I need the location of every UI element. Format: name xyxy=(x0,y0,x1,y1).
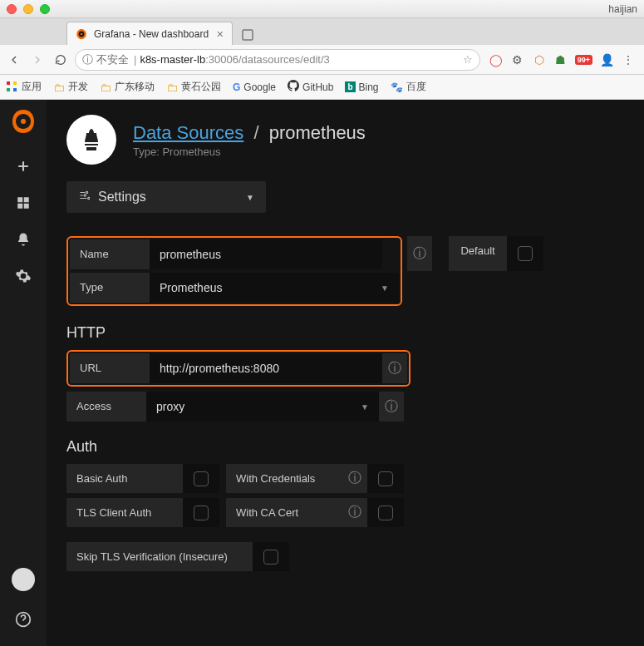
new-tab-button[interactable] xyxy=(236,25,259,45)
name-input[interactable] xyxy=(150,239,382,269)
folder-icon: 🗀 xyxy=(53,81,65,94)
settings-tab-dropdown[interactable]: Settings ▼ xyxy=(66,181,266,213)
bookmark-bing[interactable]: bBing xyxy=(345,81,378,93)
user-avatar[interactable] xyxy=(12,568,35,591)
close-window-button[interactable] xyxy=(7,4,17,14)
type-label: Type xyxy=(70,273,150,303)
highlight-url: URL ⓘ xyxy=(66,350,410,387)
ext-icon-2[interactable]: ⚙ xyxy=(510,52,525,67)
breadcrumb-separator: / xyxy=(253,122,258,143)
datasource-prometheus-icon xyxy=(66,115,116,165)
ext-badge[interactable]: 99+ xyxy=(575,55,592,65)
bookmark-apps[interactable]: 应用 xyxy=(7,80,42,94)
access-label: Access xyxy=(66,392,146,422)
dashboards-icon[interactable] xyxy=(7,186,40,219)
browser-profile-name: haijian xyxy=(608,3,637,15)
type-select[interactable]: Prometheus ▼ xyxy=(150,273,399,303)
url-path: :30006/datasources/edit/3 xyxy=(205,53,330,66)
bookmark-gd[interactable]: 🗀广东移动 xyxy=(100,80,155,94)
bookmark-apps-label: 应用 xyxy=(22,80,42,94)
bookmark-label: GitHub xyxy=(302,81,333,93)
star-icon[interactable]: ☆ xyxy=(463,53,473,66)
breadcrumb-root-link[interactable]: Data Sources xyxy=(133,122,243,143)
svg-rect-4 xyxy=(24,197,29,202)
tls-client-auth-label: TLS Client Auth xyxy=(66,498,183,527)
ext-icon-1[interactable]: ◯ xyxy=(489,52,504,67)
baidu-icon: 🐾 xyxy=(391,81,403,93)
insecure-label: 不安全 xyxy=(96,52,129,67)
bing-icon: b xyxy=(345,81,355,92)
basic-auth-checkbox[interactable] xyxy=(183,464,219,493)
browser-tab-active[interactable]: Grafana - New dashboard × xyxy=(66,22,233,45)
svg-rect-6 xyxy=(24,204,29,209)
access-row: Access proxy ▼ ⓘ xyxy=(66,392,624,422)
url-separator: | xyxy=(134,53,136,66)
bookmark-label: 黄石公园 xyxy=(181,80,221,94)
svg-rect-5 xyxy=(17,204,22,209)
bookmark-google[interactable]: GGoogle xyxy=(233,81,276,93)
extension-icons: ◯ ⚙ ⬡ ☗ 99+ 👤 ⋮ xyxy=(485,52,639,67)
bookmark-label: 百度 xyxy=(406,80,426,94)
auth-row-1: Basic Auth With Credentials ⓘ xyxy=(66,464,624,493)
access-select[interactable]: proxy ▼ xyxy=(146,392,379,422)
bookmark-label: 开发 xyxy=(68,80,88,94)
close-tab-icon[interactable]: × xyxy=(217,27,224,41)
main-content: Data Sources / prometheus Type: Promethe… xyxy=(47,100,644,646)
bookmark-hs[interactable]: 🗀黄石公园 xyxy=(166,80,221,94)
skip-tls-checkbox[interactable] xyxy=(253,542,289,571)
name-label: Name xyxy=(70,239,150,269)
auth-section-heading: Auth xyxy=(66,438,624,456)
bookmark-github[interactable]: GitHub xyxy=(288,80,333,94)
help-icon[interactable] xyxy=(7,603,40,636)
chevron-down-icon: ▼ xyxy=(246,193,254,202)
page-header: Data Sources / prometheus Type: Promethe… xyxy=(66,115,624,165)
svg-rect-3 xyxy=(17,197,22,202)
default-checkbox[interactable] xyxy=(507,236,543,271)
zoom-window-button[interactable] xyxy=(40,4,50,14)
with-ca-cert-info-icon[interactable]: ⓘ xyxy=(342,498,367,527)
tab-label: Settings xyxy=(98,190,146,205)
reload-button[interactable] xyxy=(52,51,70,69)
page-titles: Data Sources / prometheus Type: Promethe… xyxy=(133,122,366,158)
with-ca-cert-label: With CA Cert xyxy=(226,498,342,527)
forward-button[interactable] xyxy=(28,51,47,69)
url-input[interactable] xyxy=(150,353,382,383)
back-button[interactable] xyxy=(5,51,23,69)
grafana-logo-icon[interactable] xyxy=(10,108,37,135)
bookmark-label: 广东移动 xyxy=(115,80,155,94)
ext-user-icon[interactable]: 👤 xyxy=(599,52,614,67)
access-info-icon[interactable]: ⓘ xyxy=(379,392,404,422)
add-icon[interactable] xyxy=(7,150,40,183)
grafana-app: Data Sources / prometheus Type: Promethe… xyxy=(0,100,644,646)
info-icon: ⓘ xyxy=(82,52,93,67)
with-credentials-info-icon[interactable]: ⓘ xyxy=(342,464,367,493)
auth-grid: Basic Auth With Credentials ⓘ TLS Client… xyxy=(66,464,624,571)
svg-point-0 xyxy=(81,32,83,35)
with-credentials-checkbox[interactable] xyxy=(367,464,404,493)
ext-icon-4[interactable]: ☗ xyxy=(553,52,568,67)
url-info-icon[interactable]: ⓘ xyxy=(382,353,407,383)
bookmark-baidu[interactable]: 🐾百度 xyxy=(391,80,426,94)
svg-point-10 xyxy=(88,197,90,199)
menu-icon[interactable]: ⋮ xyxy=(621,52,636,67)
configuration-gear-icon[interactable] xyxy=(7,259,40,293)
page-subtitle: Type: Prometheus xyxy=(133,145,366,158)
alerting-bell-icon[interactable] xyxy=(7,223,40,256)
name-info-icon[interactable]: ⓘ xyxy=(407,236,432,271)
ext-icon-3[interactable]: ⬡ xyxy=(532,52,547,67)
url-row: URL ⓘ xyxy=(70,353,407,383)
highlight-name-type: Name Type Prometheus ▼ xyxy=(66,236,402,306)
tls-client-auth-checkbox[interactable] xyxy=(183,498,219,527)
address-bar[interactable]: ⓘ 不安全 | k8s-master-lb :30006/datasources… xyxy=(75,49,480,71)
skip-tls-label: Skip TLS Verification (Insecure) xyxy=(66,542,253,571)
page-title: Data Sources / prometheus xyxy=(133,122,366,144)
minimize-window-button[interactable] xyxy=(23,4,33,14)
with-ca-cert-checkbox[interactable] xyxy=(367,498,404,527)
bookmark-dev[interactable]: 🗀开发 xyxy=(53,80,88,94)
browser-tab-strip: Grafana - New dashboard × xyxy=(0,18,644,45)
basic-auth-label: Basic Auth xyxy=(66,464,183,493)
grafana-favicon-icon xyxy=(76,28,87,40)
grafana-sidebar xyxy=(0,100,47,646)
github-icon xyxy=(288,80,299,94)
breadcrumb-current: prometheus xyxy=(269,122,366,143)
